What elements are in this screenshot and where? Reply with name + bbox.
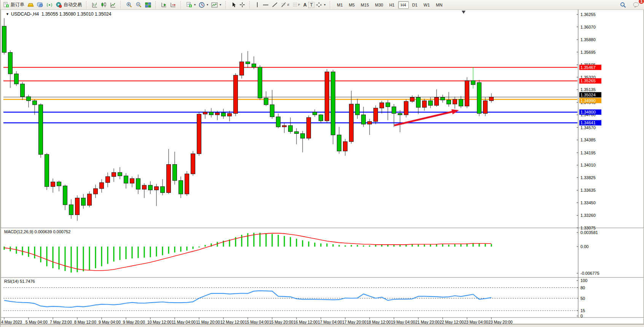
- candle-body: [453, 99, 457, 104]
- candlestick-chart-icon: [101, 2, 107, 8]
- timeframe-button-H4[interactable]: H4: [398, 1, 409, 9]
- collapse-triangle-icon[interactable]: ▼: [6, 12, 9, 16]
- auto-scroll-button[interactable]: [159, 1, 169, 9]
- chart-shift-button[interactable]: [169, 1, 178, 9]
- gold-bar-button[interactable]: [26, 1, 35, 9]
- tile-windows-button[interactable]: [143, 1, 153, 9]
- candle-body: [21, 84, 25, 96]
- time-tick-label: 11 May 20:00: [196, 320, 220, 324]
- candle-body: [459, 99, 463, 106]
- toolbar-separator: [225, 1, 228, 9]
- chevron-down-icon: ▾: [324, 3, 325, 6]
- new-order-label: 新订单: [11, 2, 24, 8]
- candle-body: [252, 64, 256, 67]
- macd-indicator-label: MACD(12,26,9) 0.000639 0.000752: [4, 229, 70, 234]
- candle-body: [112, 173, 116, 177]
- candle-body: [392, 107, 396, 114]
- candle-body: [343, 142, 348, 151]
- price-tick-label: 1.35880: [580, 37, 596, 42]
- timeframe-button-H1[interactable]: H1: [387, 1, 397, 9]
- toolbar-separator: [180, 1, 183, 9]
- candle-body: [325, 72, 329, 121]
- ohlc-values: 1.35055 1.35080 1.35010 1.35024: [41, 11, 112, 17]
- autotrade-icon: [56, 2, 62, 8]
- templates-button[interactable]: ▾: [210, 1, 223, 9]
- new-order-button[interactable]: 新订单: [2, 1, 26, 9]
- candle-body: [39, 105, 43, 154]
- zoom-in-icon: [126, 2, 132, 8]
- signal-icon: [46, 2, 53, 8]
- bar-chart-button[interactable]: [90, 1, 99, 9]
- indicators-button[interactable]: ▾: [185, 1, 197, 9]
- zoom-out-button[interactable]: [134, 1, 143, 9]
- candle-body: [2, 26, 6, 53]
- signal-button[interactable]: [45, 1, 54, 9]
- zoom-in-button[interactable]: [124, 1, 134, 9]
- price-tick-label: 1.33450: [580, 200, 596, 205]
- time-tick-label: 8 May 12:00: [74, 320, 96, 324]
- tile-windows-icon: [145, 2, 151, 8]
- timeframe-button-M1[interactable]: M1: [334, 1, 345, 9]
- periods-button[interactable]: ▾: [197, 1, 210, 9]
- candle-body: [465, 80, 469, 106]
- time-tick-label: 10 May 12:00: [147, 320, 172, 324]
- autotrade-button[interactable]: 自动交易: [54, 1, 83, 9]
- status-strip: [0, 324, 644, 327]
- grid-tool-button[interactable]: F: [291, 1, 301, 9]
- time-tick-label: 15 May 20:00: [269, 320, 293, 324]
- horizontal-line-button[interactable]: [261, 1, 270, 9]
- zoom-out-icon: [135, 2, 142, 8]
- candle-body: [69, 205, 73, 215]
- monitor-button[interactable]: [35, 1, 45, 9]
- arrows-tool-button[interactable]: ▾: [314, 1, 327, 9]
- timeframe-button-M5[interactable]: M5: [346, 1, 357, 9]
- candle-body: [349, 104, 354, 142]
- candle-body: [477, 83, 481, 114]
- candle-body: [27, 97, 31, 101]
- arrows-icon: [316, 2, 322, 8]
- price-tick-label: 1.34010: [580, 163, 596, 167]
- line-chart-button[interactable]: [108, 1, 118, 9]
- candle-body: [136, 178, 140, 189]
- timeframe-button-M15[interactable]: M15: [358, 1, 371, 9]
- trendline-button[interactable]: [270, 1, 279, 9]
- timeframe-button-MN[interactable]: MN: [433, 1, 445, 9]
- text-label-tool-button[interactable]: T: [308, 2, 314, 8]
- timeframe-button-D1[interactable]: D1: [410, 1, 420, 9]
- candle-body: [197, 114, 201, 154]
- candle-body: [75, 198, 80, 215]
- cursor-button[interactable]: [230, 1, 238, 9]
- candle-body: [416, 97, 421, 107]
- notifications-button[interactable]: 1: [631, 1, 641, 9]
- timeframe-button-M30[interactable]: M30: [372, 1, 386, 9]
- gold-bar-icon: [27, 2, 34, 8]
- price-flag-label: 1.35467: [580, 65, 596, 70]
- text-tool-button[interactable]: A: [301, 2, 308, 8]
- price-tick-label: 1.36070: [580, 25, 596, 29]
- candle-body: [8, 52, 13, 74]
- cursor-icon: [231, 2, 236, 8]
- candle-body: [45, 154, 49, 187]
- search-icon: [620, 2, 626, 8]
- macd-tick-label: 0.00: [580, 244, 588, 249]
- fibonacci-button[interactable]: E: [279, 1, 291, 9]
- crosshair-button[interactable]: [238, 1, 247, 9]
- timeframe-toolbar: M1M5M15M30H1H4D1W1MN: [333, 0, 446, 10]
- candle-body: [319, 115, 323, 121]
- time-tick-label: 5 May 04:00: [26, 320, 48, 324]
- candle-body: [380, 103, 384, 108]
- template-chart-icon: [211, 2, 218, 8]
- rsi-tick-label: 100: [580, 278, 587, 283]
- timeframe-button-W1[interactable]: W1: [421, 1, 433, 9]
- rsi-tick-label: 15: [580, 308, 585, 313]
- vertical-line-button[interactable]: [253, 1, 261, 9]
- notification-badge: 1: [639, 0, 644, 4]
- candle-body: [94, 189, 98, 194]
- price-tick-label: 1.35695: [580, 50, 596, 54]
- chart-canvas[interactable]: 1.362551.360701.358801.356951.355051.353…: [0, 10, 644, 327]
- candle-body: [222, 113, 226, 116]
- candlestick-chart-button[interactable]: [99, 1, 108, 9]
- candle-body: [228, 114, 232, 116]
- search-button[interactable]: [618, 1, 628, 9]
- toolbar-separator: [86, 1, 88, 9]
